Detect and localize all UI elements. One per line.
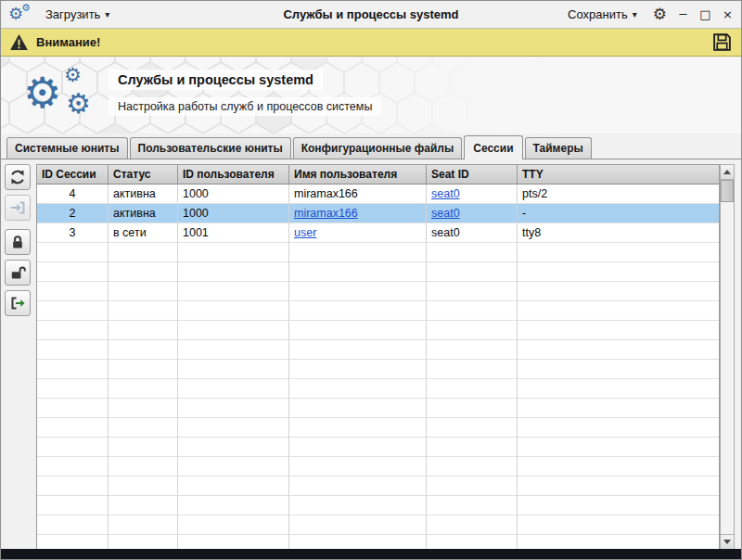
table-row-empty <box>37 515 719 535</box>
unlock-session-button[interactable] <box>5 260 31 286</box>
tab-bar: Системные юнитыПользовательские юнитыКон… <box>1 134 741 159</box>
column-header[interactable]: Статус <box>109 165 178 185</box>
column-header[interactable]: ID пользователя <box>178 165 289 185</box>
cell-seat-id: seat0 <box>427 204 518 223</box>
cell-username: user <box>289 223 427 243</box>
cell-empty <box>178 457 289 477</box>
save-menu-button[interactable]: Сохранить ▾ <box>562 4 643 25</box>
minimize-button[interactable]: ─ <box>677 8 689 20</box>
table-body: 4активна1000miramax166seat0pts/22активна… <box>37 185 719 550</box>
warning-icon <box>9 33 29 51</box>
scroll-down-button[interactable] <box>721 534 734 549</box>
cell-empty <box>427 399 518 418</box>
chevron-down-icon: ▾ <box>105 9 109 19</box>
cell-empty <box>37 321 109 340</box>
settings-gear-icon[interactable]: ⚙ <box>653 6 667 22</box>
cell-empty <box>289 399 427 418</box>
cell-empty <box>427 515 518 535</box>
scrollbar-thumb[interactable] <box>721 180 734 202</box>
username-link[interactable]: user <box>294 226 316 239</box>
cell-empty <box>37 457 109 477</box>
vertical-scrollbar[interactable] <box>720 164 735 550</box>
cell-empty <box>109 399 178 418</box>
table-row-empty <box>37 282 719 301</box>
cell-session-id: 2 <box>37 204 109 223</box>
table-row[interactable]: 3в сети1001userseat0tty8 <box>37 223 719 243</box>
cell-empty <box>518 496 719 515</box>
cell-empty <box>518 340 719 360</box>
logout-icon <box>9 295 26 312</box>
header-banner: ⚙ ⚙ ⚙ Службы и процессы systemd Настройк… <box>1 57 741 134</box>
seat-id-link[interactable]: seat0 <box>431 207 460 220</box>
cell-empty <box>289 379 427 399</box>
cell-empty <box>109 321 178 340</box>
column-header[interactable]: Имя пользователя <box>289 165 427 185</box>
cell-empty <box>427 457 518 477</box>
cell-empty <box>289 282 427 301</box>
chevron-down-icon: ▾ <box>633 9 637 19</box>
cell-empty <box>178 321 289 340</box>
close-button[interactable]: × <box>722 8 734 20</box>
cell-empty <box>37 340 109 360</box>
cell-empty <box>178 496 289 515</box>
column-header[interactable]: TTY <box>518 165 719 185</box>
cell-empty <box>178 477 289 496</box>
table-row-empty <box>37 379 719 399</box>
scroll-up-button[interactable] <box>721 165 734 180</box>
table-row-empty <box>37 399 719 418</box>
load-menu-label: Загрузить <box>45 7 100 21</box>
refresh-button[interactable] <box>5 164 31 190</box>
cell-empty <box>427 301 518 321</box>
cell-empty <box>518 399 719 418</box>
tab-timers[interactable]: Таймеры <box>525 137 592 159</box>
table-row[interactable]: 4активна1000miramax166seat0pts/2 <box>37 185 719 204</box>
cell-empty <box>178 379 289 399</box>
cell-empty <box>178 535 289 550</box>
cell-empty <box>289 438 427 457</box>
cell-seat-id: seat0 <box>427 185 518 204</box>
tab-sessions[interactable]: Сессии <box>464 135 522 159</box>
tab-system-units[interactable]: Системные юниты <box>6 137 128 159</box>
cell-empty <box>518 262 719 282</box>
activate-session-button[interactable] <box>5 195 31 221</box>
table-row-empty <box>37 496 719 515</box>
cell-empty <box>518 457 719 477</box>
cell-empty <box>37 418 109 438</box>
floppy-disk-icon <box>711 32 733 53</box>
table-row-empty <box>37 535 719 550</box>
page-title: Службы и процессы systemd <box>109 70 323 90</box>
cell-empty <box>289 340 427 360</box>
load-menu-button[interactable]: Загрузить ▾ <box>40 4 115 25</box>
column-header[interactable]: Seat ID <box>427 165 518 185</box>
terminate-session-button[interactable] <box>5 290 31 316</box>
cell-empty <box>427 262 518 282</box>
maximize-button[interactable]: □ <box>699 8 711 20</box>
table-row-empty <box>37 340 719 360</box>
cell-empty <box>37 301 109 321</box>
cell-empty <box>109 243 178 262</box>
app-window: ⚙ ⚙ Загрузить ▾ Службы и процессы system… <box>0 0 742 560</box>
cell-empty <box>289 535 427 550</box>
column-header[interactable]: ID Сессии <box>37 165 109 185</box>
cell-empty <box>427 535 518 550</box>
table-row[interactable]: 2активна1000miramax166seat0- <box>37 204 719 223</box>
table-row-empty <box>37 418 719 438</box>
cell-empty <box>178 515 289 535</box>
seat-id-link[interactable]: seat0 <box>431 187 460 200</box>
cell-empty <box>427 438 518 457</box>
refresh-icon <box>9 169 26 185</box>
tab-config-files[interactable]: Конфигурационные файлы <box>293 137 463 159</box>
cell-empty <box>518 418 719 438</box>
gear-icon: ⚙ <box>23 71 61 114</box>
cell-empty <box>178 282 289 301</box>
cell-empty <box>37 535 109 550</box>
tab-user-units[interactable]: Пользовательские юниты <box>130 137 291 159</box>
cell-empty <box>518 535 719 550</box>
save-file-button[interactable] <box>711 32 733 53</box>
username-link[interactable]: miramax166 <box>294 207 358 220</box>
lock-session-button[interactable] <box>5 229 31 255</box>
cell-empty <box>37 360 109 379</box>
sessions-grid: ID СессииСтатусID пользователяИмя пользо… <box>36 164 720 550</box>
cell-username: miramax166 <box>289 204 427 223</box>
page-subtitle: Настройка работы служб и процессов систе… <box>109 97 381 116</box>
